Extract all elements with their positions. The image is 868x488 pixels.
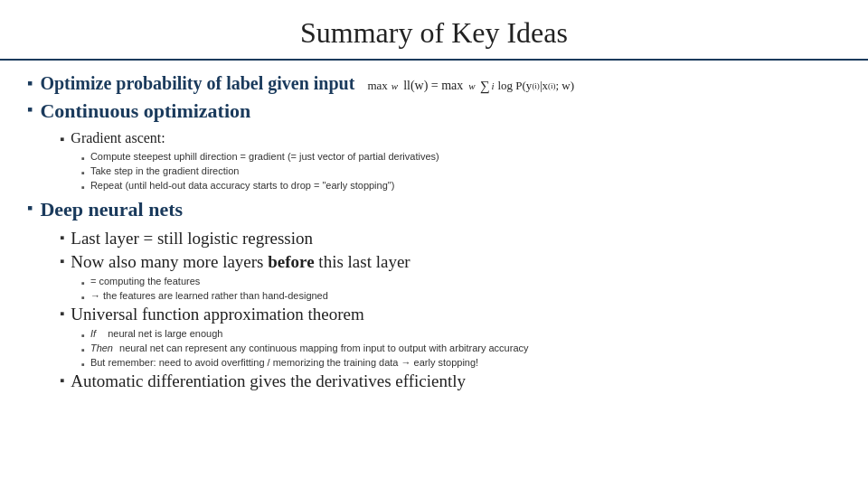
now-also-text: Now also many more layers before this la… [71,252,410,272]
list-item: ▪ Automatic differentiation gives the de… [60,371,841,391]
list-item: ▪ But remember: need to avoid overfittin… [81,357,841,370]
bullet-icon: ▪ [81,277,85,288]
learned-features-text: → the features are learned rather than h… [90,290,328,301]
bullet-icon: ▪ [60,306,64,322]
take-step-text: Take step in the gradient direction [90,165,240,176]
list-item: ▪ Now also many more layers before this … [60,252,841,272]
formula-optimize: max w ll(w) = max w ∑ i log P(y (i) |x (… [367,79,574,94]
section-optimize: Optimize probability of label given inpu… [40,73,574,94]
bullet-icon: ▪ [60,132,64,147]
universal-text: Universal function approximation theorem [71,305,364,324]
now-also-children: ▪ = computing the features ▪ → the featu… [60,276,841,303]
continuous-label: Continuous optimization [40,99,250,123]
bullet-icon: ▪ [81,167,85,178]
bullet-icon: ▪ [60,230,64,246]
bullet-icon: ▪ [27,100,33,119]
gradient-children: ▪ Compute steepest uphill direction = gr… [60,151,841,192]
deep-neural-label: Deep neural nets [40,198,183,221]
bullet-icon: ▪ [27,199,33,218]
universal-children: ▪ If neural net is large enough ▪ Then n… [60,328,841,370]
then-represent-text: Then neural net can represent any contin… [90,343,529,353]
content: ▪ Optimize probability of label given in… [0,73,868,391]
slide: Summary of Key Ideas ▪ Optimize probabil… [0,0,868,488]
bullet-icon: ▪ [81,292,85,303]
gradient-ascent-label: Gradient ascent: [71,130,165,146]
list-item: ▪ Take step in the gradient direction [81,165,841,178]
bullet-icon: ▪ [81,330,85,341]
repeat-text: Repeat (until held-out data accuracy sta… [90,180,394,191]
deep-neural-children: ▪ Last layer = still logistic regression… [27,229,841,391]
list-item: ▪ Continuous optimization [27,99,841,123]
bullet-icon: ▪ [60,373,64,389]
bullet-icon: ▪ [60,254,64,269]
if-large-text: If neural net is large enough [90,328,223,339]
compute-steepest-text: Compute steepest uphill direction = grad… [90,151,439,162]
auto-diff-text: Automatic differentiation gives the deri… [71,371,466,391]
bullet-icon: ▪ [27,74,33,93]
optimize-label: Optimize probability of label given inpu… [40,73,354,93]
title-area: Summary of Key Ideas [0,0,868,61]
list-item: ▪ If neural net is large enough [81,328,841,341]
list-item: ▪ Universal function approximation theor… [60,305,841,324]
bullet-icon: ▪ [81,182,85,192]
list-item: ▪ Then neural net can represent any cont… [81,343,841,355]
bullet-icon: ▪ [81,153,85,164]
bullet-icon: ▪ [81,344,85,355]
list-item: ▪ Gradient ascent: [60,130,841,147]
slide-title: Summary of Key Ideas [0,16,868,50]
list-item: ▪ = computing the features [81,276,841,288]
section-deep-neural-block: ▪ Deep neural nets ▪ Last layer = still … [27,198,841,391]
computing-features-text: = computing the features [90,276,200,286]
bullet-icon: ▪ [81,359,85,370]
list-item: ▪ Compute steepest uphill direction = gr… [81,151,841,164]
section-continuous-block: ▪ Continuous optimization ▪ Gradient asc… [27,99,841,192]
continuous-children: ▪ Gradient ascent: ▪ Compute steepest up… [27,130,841,192]
but-remember-text: But remember: need to avoid overfitting … [90,357,478,368]
list-item: ▪ Last layer = still logistic regression [60,229,841,249]
list-item: ▪ Repeat (until held-out data accuracy s… [81,180,841,192]
list-item: ▪ → the features are learned rather than… [81,290,841,303]
list-item: ▪ Optimize probability of label given in… [27,73,841,94]
last-layer-text: Last layer = still logistic regression [71,229,313,249]
list-item: ▪ Deep neural nets [27,198,841,221]
